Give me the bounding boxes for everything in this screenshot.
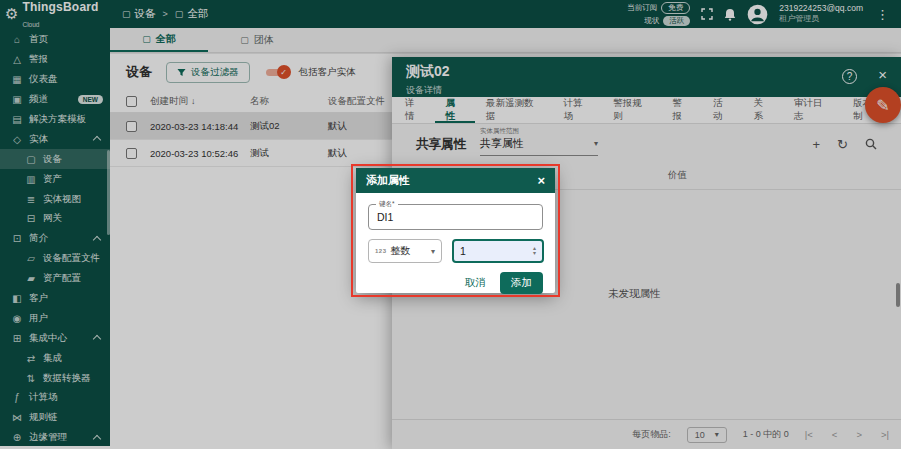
chevron-down-icon: ▾ <box>431 247 435 256</box>
step-down-icon[interactable]: ▾ <box>533 251 536 256</box>
number-value: 1 <box>460 245 466 257</box>
numeric-type-icon: 123 <box>375 248 387 254</box>
cancel-button[interactable]: 取消 <box>465 276 486 290</box>
key-field-label: 键名* <box>376 200 398 209</box>
dialog-title: 添加属性 <box>366 173 410 188</box>
add-attribute-dialog: 添加属性 × 键名* DI1 123 整数 ▾ 1 ▴ ▾ 取消 添加 <box>356 168 555 293</box>
close-icon[interactable]: × <box>537 173 545 188</box>
number-value-input[interactable]: 1 ▴ ▾ <box>452 239 544 263</box>
key-name-field[interactable]: 键名* DI1 <box>368 204 543 230</box>
value-type-select[interactable]: 123 整数 ▾ <box>368 239 442 263</box>
add-button[interactable]: 添加 <box>500 272 543 294</box>
value-type-label: 整数 <box>391 244 411 258</box>
